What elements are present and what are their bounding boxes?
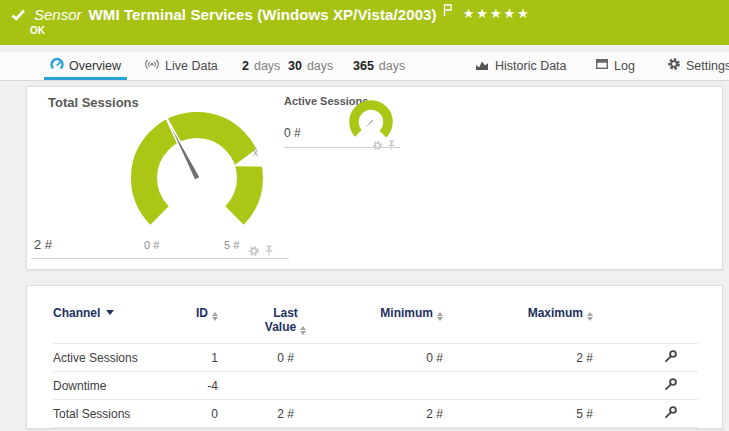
gauge-divider: [284, 147, 400, 148]
channel-last-value: [238, 372, 333, 400]
column-header-id[interactable]: ID: [183, 300, 238, 344]
total-sessions-gauge: [102, 95, 292, 263]
column-label: ID: [196, 306, 208, 320]
channel-last-value: 0 #: [238, 344, 333, 372]
tab-number: 30: [288, 59, 302, 73]
sensor-header: Sensor WMI Terminal Services (Windows XP…: [0, 0, 729, 45]
channel-last-value: 2 #: [238, 400, 333, 428]
tab-log[interactable]: Log: [589, 51, 641, 80]
tab-2-days[interactable]: 2 days: [236, 51, 286, 80]
channel-table: Channel ID Last Value Minimum Maximum: [53, 300, 698, 428]
column-label: Last Value: [265, 306, 298, 334]
tab-label: Live Data: [165, 59, 218, 73]
column-header-minimum[interactable]: Minimum: [333, 300, 493, 344]
sort-arrows-icon: [212, 312, 218, 321]
tab-overview[interactable]: Overview: [44, 51, 127, 80]
column-label: Minimum: [380, 306, 433, 320]
gauge-settings-gear-icon[interactable]: [372, 137, 383, 155]
status-ok-check-icon: [11, 8, 26, 21]
tab-settings[interactable]: Settings: [661, 51, 729, 80]
channel-settings-wrench-icon[interactable]: [663, 349, 678, 367]
channel-name[interactable]: Total Sessions: [53, 400, 183, 428]
gauge-divider: [31, 258, 289, 259]
sort-arrows-icon: [587, 312, 593, 321]
column-label: Maximum: [528, 306, 583, 320]
sort-caret-down-icon: [106, 310, 114, 315]
column-header-maximum[interactable]: Maximum: [493, 300, 643, 344]
column-header-actions: [643, 300, 698, 344]
log-icon: [595, 58, 609, 73]
channel-minimum: [333, 372, 493, 400]
tab-label: Log: [614, 59, 635, 73]
tab-unit: days: [379, 59, 405, 73]
total-sessions-current-value: 2 #: [34, 237, 52, 252]
channel-id: -4: [183, 372, 238, 400]
tab-label: Historic Data: [495, 59, 567, 73]
tab-number: 365: [353, 59, 374, 73]
column-header-last-value[interactable]: Last Value: [238, 300, 333, 344]
channel-table-panel: Channel ID Last Value Minimum Maximum: [26, 285, 723, 429]
sort-arrows-icon: [300, 326, 306, 335]
sensor-status-text: OK: [30, 25, 45, 36]
table-row: Downtime -4: [53, 372, 698, 400]
prtg-sensor-page: Sensor WMI Terminal Services (Windows XP…: [0, 0, 729, 431]
channel-settings-wrench-icon[interactable]: [663, 377, 678, 395]
tab-30-days[interactable]: 30 days: [282, 51, 339, 80]
channel-minimum: 2 #: [333, 400, 493, 428]
gauge-icon: [50, 57, 64, 74]
tab-label: Settings: [686, 59, 729, 73]
table-row: Active Sessions 1 0 # 0 # 2 #: [53, 344, 698, 372]
channel-id: 1: [183, 344, 238, 372]
gear-icon: [667, 57, 681, 74]
tab-unit: days: [254, 59, 280, 73]
channel-maximum: 5 #: [493, 400, 643, 428]
channel-id: 0: [183, 400, 238, 428]
table-row: Total Sessions 0 2 # 2 # 5 #: [53, 400, 698, 428]
column-header-channel[interactable]: Channel: [53, 300, 183, 344]
channel-maximum: [493, 372, 643, 400]
broadcast-icon: [144, 58, 160, 74]
table-header-row: Channel ID Last Value Minimum Maximum: [53, 300, 698, 344]
gauge-pin-icon[interactable]: [387, 137, 396, 155]
channel-settings-wrench-icon[interactable]: [663, 405, 678, 423]
channel-maximum: 2 #: [493, 344, 643, 372]
tab-historic-data[interactable]: Historic Data: [468, 51, 573, 80]
tab-365-days[interactable]: 365 days: [347, 51, 411, 80]
channel-name[interactable]: Active Sessions: [53, 344, 183, 372]
channel-minimum: 0 #: [333, 344, 493, 372]
page-title: WMI Terminal Services (Windows XP/Vista/…: [89, 6, 437, 23]
gauge-scale-max-label: 5 #: [224, 239, 239, 251]
column-label: Channel: [53, 306, 100, 320]
flag-icon[interactable]: [443, 3, 453, 21]
tab-live-data[interactable]: Live Data: [138, 51, 224, 80]
priority-stars[interactable]: ★★★★★: [463, 6, 531, 21]
gauge-scale-min-label: 0 #: [144, 239, 159, 251]
channel-name[interactable]: Downtime: [53, 372, 183, 400]
area-chart-icon: [474, 58, 490, 74]
overview-gauges-panel: Total Sessions x̄ 2 # 0 # 5 # Active Ses…: [26, 86, 723, 270]
tab-unit: days: [307, 59, 333, 73]
gauge-average-marker-label: x̄: [253, 147, 258, 158]
tab-label: Overview: [69, 59, 121, 73]
tab-bar: Overview Live Data 2 days 30 days 365 da…: [0, 52, 729, 81]
sort-arrows-icon: [437, 312, 443, 321]
object-kind-label: Sensor: [34, 6, 82, 23]
active-sessions-current-value: 0 #: [284, 126, 301, 140]
tab-number: 2: [242, 59, 249, 73]
